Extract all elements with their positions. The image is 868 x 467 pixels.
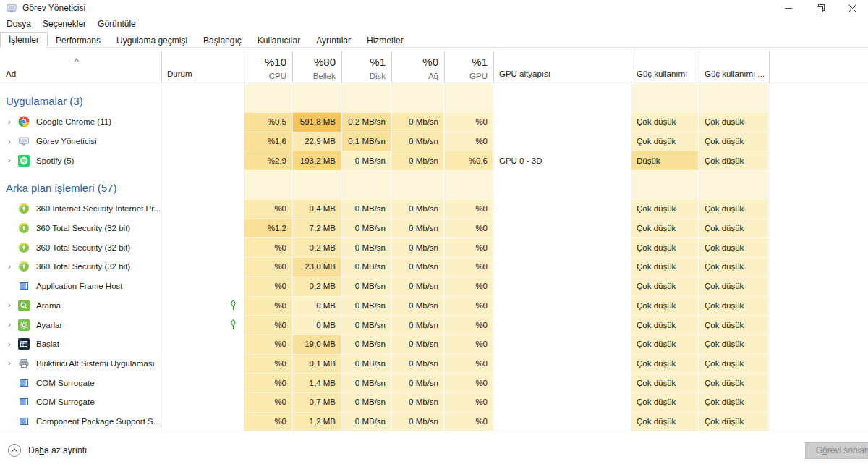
expand-chevron-icon[interactable]: › bbox=[6, 340, 13, 348]
process-row[interactable]: 360 Total Security (32 bit)%00,2 MB0 MB/… bbox=[0, 237, 868, 257]
tab-startup[interactable]: Başlangıç bbox=[195, 33, 250, 48]
tab-services[interactable]: Hizmetler bbox=[359, 33, 412, 48]
column-header-memory[interactable]: %80Bellek bbox=[292, 56, 336, 80]
expand-chevron-icon[interactable]: › bbox=[6, 118, 13, 126]
less-details-button[interactable]: Daha az ayrıntı bbox=[8, 444, 87, 457]
tab-details[interactable]: Ayrıntılar bbox=[308, 33, 359, 48]
column-divider bbox=[769, 51, 770, 83]
expand-chevron-icon[interactable]: › bbox=[6, 301, 13, 309]
spotify-icon bbox=[18, 155, 30, 167]
minimize-button[interactable] bbox=[773, 0, 804, 16]
end-task-button[interactable]: Görevi sonland bbox=[805, 442, 868, 459]
section-header-row[interactable]: Arka plan işlemleri (57) bbox=[0, 170, 868, 199]
process-row[interactable]: ›Arama%00 MB0 MB/sn0 Mb/sn%0Çok düşükÇok… bbox=[0, 296, 868, 316]
network-cell: 0 Mb/sn bbox=[391, 132, 444, 151]
window-icon bbox=[18, 280, 30, 292]
column-header-name[interactable]: Ad bbox=[6, 70, 16, 78]
gpu-cell: %0 bbox=[444, 132, 493, 151]
expand-chevron-icon[interactable]: › bbox=[6, 321, 13, 329]
network-cell bbox=[391, 170, 444, 199]
process-row[interactable]: ›Spotify (5)%2,9193,2 MB0 MB/sn0 Mb/sn%0… bbox=[0, 151, 868, 170]
expand-chevron-icon[interactable]: › bbox=[6, 359, 13, 367]
power-usage-cell: Düşük bbox=[631, 151, 699, 170]
power-usage-cell bbox=[631, 170, 699, 199]
process-name-cell: ›Başlat bbox=[0, 335, 161, 354]
title-bar: Görev Yöneticisi bbox=[0, 0, 868, 16]
section-header-row[interactable]: Uygulamalar (3) bbox=[0, 83, 868, 112]
process-row[interactable]: ›Google Chrome (11)%0,5591,8 MB0,2 MB/sn… bbox=[0, 112, 868, 132]
process-row[interactable]: Component Package Support S...%01,2 MB0 … bbox=[0, 412, 868, 432]
suspended-leaf-icon bbox=[229, 300, 237, 311]
column-header-network[interactable]: %0Ağ bbox=[391, 56, 438, 80]
process-name: 360 Total Security (32 bit) bbox=[36, 262, 130, 271]
process-row[interactable]: COM Surrogate%00,7 MB0 MB/sn0 Mb/sn%0Çok… bbox=[0, 392, 868, 412]
process-name-cell: COM Surrogate bbox=[0, 392, 161, 412]
process-row[interactable]: COM Surrogate%01,4 MB0 MB/sn0 Mb/sn%0Çok… bbox=[0, 373, 868, 392]
gpu-engine-cell bbox=[493, 277, 631, 296]
menu-view[interactable]: Görüntüle bbox=[92, 16, 142, 32]
disk-cell: 0 MB/sn bbox=[341, 315, 391, 335]
gpu-engine-cell bbox=[493, 296, 631, 316]
process-row[interactable]: 360 Total Security (32 bit)%1,27,2 MB0 M… bbox=[0, 219, 868, 238]
power-usage-trend-cell: Çok düşük bbox=[699, 335, 769, 354]
column-divider bbox=[444, 51, 445, 83]
status-cell bbox=[161, 296, 244, 316]
power-usage-cell: Çok düşük bbox=[631, 257, 699, 277]
expand-chevron-icon[interactable]: › bbox=[6, 263, 13, 271]
process-name-cell: 360 Internet Security Internet Pr... bbox=[0, 199, 161, 219]
column-header-status[interactable]: Durum bbox=[167, 70, 192, 78]
expand-chevron-icon[interactable]: › bbox=[6, 138, 13, 146]
process-row[interactable]: ›Biriktirici Alt Sistemi Uygulaması%00,1… bbox=[0, 354, 868, 374]
status-cell bbox=[161, 277, 244, 296]
power-usage-trend-cell: Çok düşük bbox=[699, 412, 769, 432]
tab-processes[interactable]: İşlemler bbox=[0, 32, 48, 48]
cpu-cell: %2,9 bbox=[244, 151, 292, 170]
process-name: COM Surrogate bbox=[36, 379, 95, 387]
network-cell: 0 Mb/sn bbox=[391, 354, 444, 374]
column-header-disk[interactable]: %1Disk bbox=[341, 56, 386, 80]
process-row[interactable]: ›Görev Yöneticisi%1,622,9 MB0,1 MB/sn0 M… bbox=[0, 132, 868, 151]
network-cell bbox=[391, 83, 444, 112]
expand-chevron-icon[interactable]: › bbox=[6, 156, 13, 164]
column-header-gpu[interactable]: %1GPU bbox=[444, 56, 488, 80]
disk-cell: 0 MB/sn bbox=[341, 257, 391, 277]
tab-app-history[interactable]: Uygulama geçmişi bbox=[109, 33, 195, 48]
process-name-cell: ›360 Total Security (32 bit) bbox=[0, 257, 161, 277]
process-table: Uygulamalar (3)›Google Chrome (11)%0,559… bbox=[0, 83, 868, 434]
menu-options[interactable]: Seçenekler bbox=[37, 16, 92, 32]
gpu-cell: %0 bbox=[444, 373, 493, 392]
column-header-power[interactable]: Güç kullanımı bbox=[637, 70, 687, 78]
column-divider bbox=[244, 83, 244, 434]
process-row[interactable]: ›Başlat%019,0 MB0 MB/sn0 Mb/sn%0Çok düşü… bbox=[0, 335, 868, 354]
menu-file[interactable]: Dosya bbox=[0, 16, 37, 32]
process-name: Ayarlar bbox=[36, 321, 62, 329]
tab-performance[interactable]: Performans bbox=[48, 33, 109, 48]
cpu-cell: %0,5 bbox=[244, 112, 292, 132]
status-cell bbox=[161, 219, 244, 238]
power-usage-trend-cell: Çok düşük bbox=[699, 237, 769, 257]
restore-button[interactable] bbox=[804, 0, 836, 16]
column-header-gpu-engine[interactable]: GPU altyapısı bbox=[499, 70, 550, 78]
column-header-cpu[interactable]: %10CPU bbox=[244, 56, 286, 80]
search-icon bbox=[18, 300, 30, 311]
memory-cell: 0 MB bbox=[292, 296, 341, 316]
cpu-cell: %0 bbox=[244, 257, 292, 277]
process-row[interactable]: ›360 Total Security (32 bit)%023,0 MB0 M… bbox=[0, 257, 868, 277]
process-row[interactable]: ›Ayarlar%00 MB0 MB/sn0 Mb/sn%0Çok düşükÇ… bbox=[0, 315, 868, 335]
cpu-cell: %0 bbox=[244, 335, 292, 354]
power-usage-trend-cell: Çok düşük bbox=[699, 151, 769, 170]
menu-bar: Dosya Seçenekler Görüntüle bbox=[0, 16, 868, 32]
power-usage-cell: Çok düşük bbox=[631, 392, 699, 412]
process-name-cell: ›Görev Yöneticisi bbox=[0, 132, 161, 151]
gpu-cell: %0,6 bbox=[444, 151, 493, 170]
disk-cell bbox=[341, 83, 391, 112]
tab-users[interactable]: Kullanıcılar bbox=[250, 33, 308, 48]
cpu-cell bbox=[244, 83, 292, 112]
process-row[interactable]: Application Frame Host%00,2 MB0 MB/sn0 M… bbox=[0, 277, 868, 296]
window-icon bbox=[18, 416, 30, 427]
column-header-power-trend[interactable]: Güç kullanımı ... bbox=[705, 70, 765, 78]
process-name-cell: 360 Total Security (32 bit) bbox=[0, 219, 161, 238]
process-row[interactable]: 360 Internet Security Internet Pr...%00,… bbox=[0, 199, 868, 219]
status-cell bbox=[161, 412, 244, 432]
close-button[interactable] bbox=[836, 0, 868, 16]
